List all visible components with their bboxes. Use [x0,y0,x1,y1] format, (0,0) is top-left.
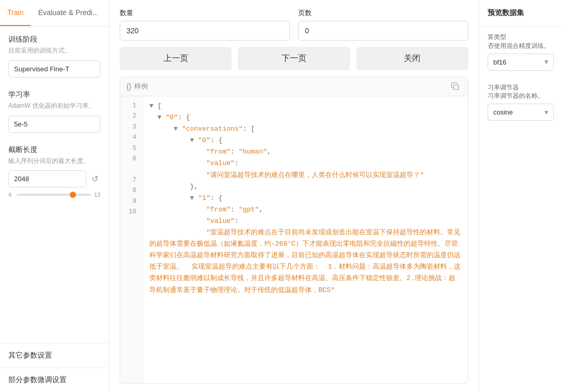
line-numbers: 1 2 3 4 5 6 7 8 9 10 [120,96,143,383]
other-params-title: 其它参数设置 [8,351,52,360]
code-header-left: {} 样例 [126,82,148,91]
other-params-section[interactable]: 其它参数设置 [0,343,109,368]
max-length-slider-row: 4 13 [8,192,100,198]
compute-type-field: 算类型 否使用混合精度训练。 bf16 fp16 fp32 ▼ [479,27,562,77]
code-line-2: ▼ "0": { [149,112,462,123]
slider-max-label: 13 [94,192,100,198]
code-line-10b: "室温超导技术的难点在于目前尚未发现或创造出能在室温下保持超导性的材料。常见的超… [149,227,462,296]
quantity-field-group: 数量 [120,8,290,41]
code-line-6a: "value": [149,158,462,169]
quantity-label: 数量 [120,8,290,18]
sidebar-content: 训练阶段 目前采用的训练方式。 学习率 AdamW 优化器的初始学习率。 截断长… [0,27,109,343]
slider-min-label: 4 [8,192,14,198]
learning-rate-section: 学习率 AdamW 优化器的初始学习率。 [8,90,100,133]
lr-scheduler-label: 习率调节器 习率调节器的名称。 [488,83,554,101]
code-lines: ▼ [ ▼ "0": { ▼ "conversations": [ ▼ "0":… [143,96,468,383]
lr-scheduler-select[interactable]: cosine linear constant [488,104,554,121]
learning-rate-title: 学习率 [8,90,100,99]
partial-params-section[interactable]: 部分参数微调设置 [0,368,109,392]
compute-type-select-wrapper: bf16 fp16 fp32 ▼ [488,54,554,71]
code-line-8: ▼ "1": { [149,193,462,204]
tab-train[interactable]: Train [0,0,31,26]
max-length-reset-button[interactable]: ↺ [90,172,100,186]
lr-scheduler-select-wrapper: cosine linear constant ▼ [488,104,554,121]
partial-params-title: 部分参数微调设置 [8,375,67,385]
max-length-input-row: ↺ [8,170,100,187]
page-label: 页数 [298,8,468,18]
code-viewer: {} 样例 1 2 3 4 5 6 7 8 9 [120,77,468,384]
next-page-button[interactable]: 下一页 [238,47,350,70]
compute-type-label: 算类型 否使用混合精度训练。 [488,33,554,50]
max-length-section: 截断长度 输入序列分词后的最大长度。 ↺ 4 13 [8,145,100,198]
page-field-group: 页数 [298,8,468,41]
navigation-buttons: 上一页 下一页 关闭 [120,47,468,70]
preview-dataset-title: 预览数据集 [479,0,562,27]
code-line-3: ▼ "conversations": [ [149,123,462,135]
code-header: {} 样例 [120,77,468,96]
max-length-title: 截断长度 [8,145,100,155]
tab-bar: Train Evaluate & Predi... [0,0,109,27]
field-row: 数量 页数 [120,8,468,41]
lr-scheduler-title: 习率调节器 [488,83,554,92]
max-length-desc: 输入序列分词后的最大长度。 [8,157,100,166]
max-length-slider[interactable] [17,194,91,196]
training-phase-desc: 目前采用的训练方式。 [8,46,100,55]
compute-type-title: 算类型 [488,33,554,42]
training-phase-section: 训练阶段 目前采用的训练方式。 [8,35,100,78]
learning-rate-input[interactable] [8,116,100,133]
page-input[interactable] [298,21,468,41]
quantity-input[interactable] [120,21,290,41]
max-length-input[interactable] [8,170,86,187]
left-sidebar: Train Evaluate & Predi... 训练阶段 目前采用的训练方式… [0,0,109,392]
compute-type-select[interactable]: bf16 fp16 fp32 [488,54,554,71]
svg-rect-0 [454,85,458,90]
code-body: 1 2 3 4 5 6 7 8 9 10 ▼ [ [120,96,468,383]
code-line-9: "from": "gpt", [149,204,462,216]
tab-evaluate[interactable]: Evaluate & Predi... [31,0,106,26]
close-button[interactable]: 关闭 [356,47,468,70]
top-controls: 数量 页数 上一页 下一页 关闭 [109,0,479,77]
copy-button[interactable] [449,81,462,92]
code-line-7: }, [149,181,462,193]
code-line-4: ▼ "0": { [149,135,462,146]
prev-page-button[interactable]: 上一页 [120,47,232,70]
code-line-6b: "请问室温超导技术的难点在哪里，人类在什么时候可以实现室温超导？" [149,170,462,181]
learning-rate-desc: AdamW 优化器的初始学习率。 [8,102,100,110]
main-content: 数量 页数 上一页 下一页 关闭 {} 样例 [109,0,479,392]
code-line-10a: "value": [149,216,462,227]
lr-scheduler-desc: 习率调节器的名称。 [488,92,554,100]
code-header-label: 样例 [134,82,148,91]
training-phase-title: 训练阶段 [8,35,100,44]
training-phase-input[interactable] [8,60,100,78]
compute-type-desc: 否使用混合精度训练。 [488,42,554,50]
code-line-5: "from": "human", [149,146,462,158]
lr-scheduler-field: 习率调节器 习率调节器的名称。 cosine linear constant ▼ [479,77,562,128]
right-sidebar: 预览数据集 算类型 否使用混合精度训练。 bf16 fp16 fp32 ▼ 习率… [479,0,562,392]
code-braces-icon: {} [126,82,131,91]
code-line-1: ▼ [ [149,100,462,112]
